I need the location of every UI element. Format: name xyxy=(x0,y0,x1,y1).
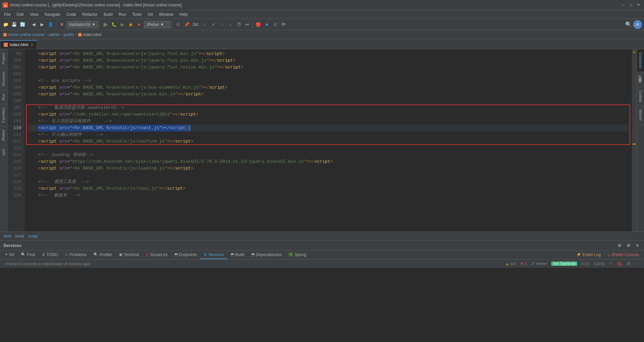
menu-code[interactable]: Code xyxy=(64,11,79,18)
breadcrumb-project[interactable]: imooc-online-course xyxy=(8,32,45,37)
bc-script[interactable]: script xyxy=(28,234,38,239)
toolbar-undo-button[interactable]: ✖ xyxy=(58,21,65,28)
services-settings-button[interactable]: ⚙ xyxy=(625,242,632,249)
panel-maven[interactable]: Maven xyxy=(637,106,644,124)
menu-file[interactable]: File xyxy=(1,11,13,18)
jrebel-dropdown[interactable]: JRebel ▼ xyxy=(144,21,171,28)
toolbar-open-button[interactable]: 📁 xyxy=(2,21,9,28)
tab-todo[interactable]: ☰ TODO xyxy=(38,251,61,259)
dependencies-tab-icon: ⬒ xyxy=(251,252,255,257)
file-tab-index[interactable]: index.html ✕ xyxy=(0,40,37,49)
code-content[interactable]: <script src="<%= BASE_URL %>ace/assets/j… xyxy=(24,49,632,231)
git-check-green[interactable]: ✓ xyxy=(201,21,209,28)
menu-run[interactable]: Run xyxy=(116,11,129,18)
translate-button[interactable]: 中 xyxy=(280,21,287,28)
settings-button[interactable]: A xyxy=(633,20,642,29)
toolbar-sync-button[interactable]: 🔄 xyxy=(19,21,26,28)
validator-util-dropdown[interactable]: ValidatorUtil ▼ xyxy=(66,21,98,28)
panel-database[interactable]: Database xyxy=(637,49,644,72)
maximize-button[interactable]: □ xyxy=(628,2,634,8)
panel-gblfy[interactable]: 行号gblfy xyxy=(637,72,644,87)
panel-jrebel[interactable]: JRebel xyxy=(0,126,7,145)
run-button[interactable]: ▶ xyxy=(102,21,109,28)
right-gutter: ▲ xyxy=(632,49,637,231)
pin-button[interactable]: 📌 xyxy=(183,21,191,28)
build-tab-icon: ⬒ xyxy=(231,252,234,257)
debug-button[interactable]: 🐛 xyxy=(110,21,118,28)
tab-dependencies[interactable]: ⬒ Dependencies xyxy=(248,251,285,259)
status-encoding-icon: ✓ xyxy=(609,261,612,266)
toolbar-avatar-button[interactable]: 👤 xyxy=(47,21,54,28)
tab-jrebel-console-label: JRebel Console xyxy=(611,252,639,257)
toolbar-save-button[interactable]: 💾 xyxy=(10,21,18,28)
tab-problems-label: Problems xyxy=(69,252,87,257)
breadcrumb-public[interactable]: public xyxy=(64,32,74,37)
minimize-button[interactable]: ─ xyxy=(620,2,626,8)
tab-endpoints[interactable]: ⬒ Endpoints xyxy=(171,251,200,259)
menu-build[interactable]: Build xyxy=(101,11,115,18)
git-rollback-button[interactable]: ↩ xyxy=(243,21,251,28)
tab-profiler[interactable]: 🔍 Profiler xyxy=(90,251,116,259)
panel-structure[interactable]: Structure xyxy=(0,68,7,90)
code-line-111: <!-- 引入确认框组件 --> xyxy=(28,131,628,138)
push-message-text: Pushed 5 commits to origin/master (8 min… xyxy=(6,262,90,266)
validator-util-label: ValidatorUtil xyxy=(69,22,90,27)
bookmark-button[interactable]: ■ xyxy=(263,21,270,28)
tab-jrebel-console[interactable]: J JRebel Console xyxy=(604,251,643,259)
code-line-110: <script src="<%= BASE_URL %>static/js/to… xyxy=(28,125,628,131)
toolbar-back-button[interactable]: ◀ xyxy=(30,21,37,28)
git-check-white[interactable]: ✓ xyxy=(210,21,217,28)
tab-problems[interactable]: ⚠ Problems xyxy=(61,251,90,259)
tab-find[interactable]: 🔍 Find xyxy=(18,251,38,259)
tab-sonarlint[interactable]: ⊘ SonarLint xyxy=(142,251,171,259)
suspend-button[interactable]: ⊘ xyxy=(175,21,182,28)
sonar-button[interactable]: 🔴 xyxy=(255,21,262,28)
profile-button[interactable]: ◉ xyxy=(127,21,135,28)
tab-event-log[interactable]: ⚡ Event Log xyxy=(573,251,604,259)
tab-services[interactable]: ⚙ Services xyxy=(200,251,227,259)
menu-navigate[interactable]: Navigate xyxy=(42,11,63,18)
git-push-button[interactable]: ↑ xyxy=(218,21,226,28)
git-history-button[interactable]: ⏱ xyxy=(235,21,242,28)
spring-tab-icon: 🌿 xyxy=(288,252,293,257)
stop-button[interactable]: ■ xyxy=(136,21,143,28)
panel-project[interactable]: Project xyxy=(0,49,7,68)
tab-terminal[interactable]: ▣ Terminal xyxy=(116,251,142,259)
breadcrumb-admin[interactable]: admin xyxy=(49,32,60,37)
status-errors: ✖ 2 xyxy=(520,261,526,266)
bc-html[interactable]: html xyxy=(3,234,11,239)
jrebel-label: JRebel xyxy=(146,22,159,27)
file-tab-close[interactable]: ✕ xyxy=(30,43,33,47)
status-line-col: 110:62 xyxy=(594,262,605,266)
find-tab-icon: 🔍 xyxy=(21,252,26,257)
git-branch-icon: ⎇ xyxy=(530,261,535,266)
menu-edit[interactable]: Edit xyxy=(14,11,26,18)
git-update-button[interactable]: ↓ xyxy=(227,21,234,28)
toolbar-sep4 xyxy=(173,21,173,28)
services-close-button[interactable]: ✕ xyxy=(634,242,641,249)
menu-tools[interactable]: Tools xyxy=(129,11,144,18)
toolbar-sep5 xyxy=(253,21,253,28)
panel-favorites[interactable]: Favorites xyxy=(0,104,7,126)
bc-head[interactable]: head xyxy=(15,234,24,239)
profiler-tab-icon: 🔍 xyxy=(93,252,98,257)
cancel-button[interactable]: ⊘ xyxy=(271,21,279,28)
tab-todo-label: TODO xyxy=(47,252,58,257)
run-coverage-button[interactable]: ▶ xyxy=(119,21,126,28)
panel-npm[interactable]: npm xyxy=(0,145,7,159)
panel-codota[interactable]: Codota xyxy=(637,87,644,106)
menu-refactor[interactable]: Refactor xyxy=(80,11,100,18)
toolbar-forward-button[interactable]: ▶ xyxy=(38,21,46,28)
menu-window[interactable]: Window xyxy=(156,11,176,18)
menu-view[interactable]: View xyxy=(27,11,41,18)
close-button[interactable]: ✕ xyxy=(635,2,641,8)
tab-git[interactable]: ✦ Git xyxy=(1,251,18,259)
menu-help[interactable]: Help xyxy=(177,11,191,18)
services-config-button[interactable]: ⚙ xyxy=(616,242,623,249)
tab-spring[interactable]: 🌿 Spring xyxy=(285,251,310,259)
tab-build[interactable]: ⬒ Build xyxy=(227,251,248,259)
menu-git[interactable]: Git xyxy=(145,11,155,18)
code-line-104: <script src="<%= BASE_URL %>ace/assets/j… xyxy=(28,84,628,91)
search-everywhere-button[interactable]: 🔍 xyxy=(625,21,632,28)
panel-run[interactable]: Run xyxy=(0,90,7,104)
